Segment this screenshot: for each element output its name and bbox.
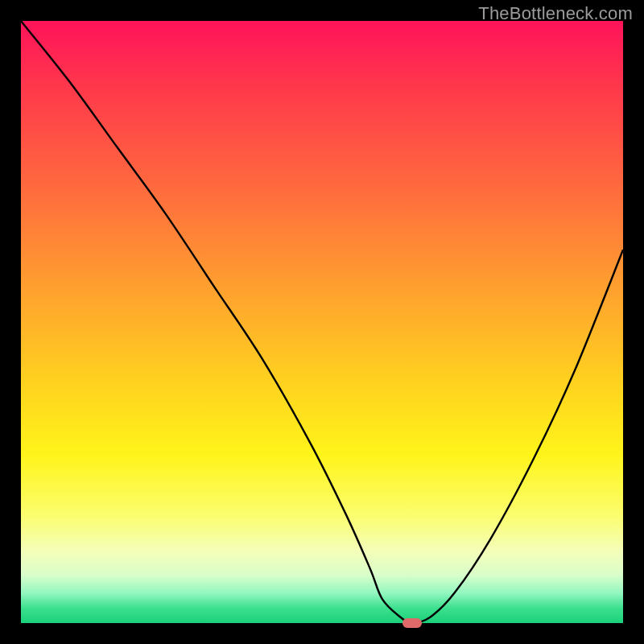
chart-frame: TheBottleneck.com xyxy=(0,0,644,644)
chart-plot-area xyxy=(21,21,623,623)
watermark-text: TheBottleneck.com xyxy=(478,3,633,24)
optimal-point-marker xyxy=(402,618,422,628)
bottleneck-curve xyxy=(21,21,623,623)
